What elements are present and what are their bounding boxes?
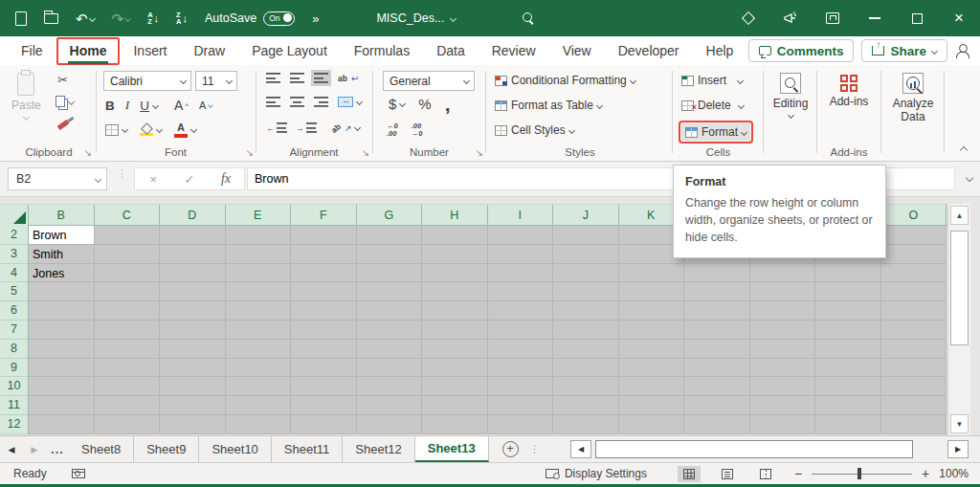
- align-left-icon[interactable]: [266, 97, 280, 107]
- cell-D5[interactable]: [160, 282, 226, 301]
- cell-K7[interactable]: [619, 321, 685, 340]
- cell-E10[interactable]: [226, 377, 292, 396]
- cell-H3[interactable]: [422, 245, 488, 264]
- cell-O4[interactable]: [881, 264, 947, 283]
- row-header-7[interactable]: 7: [0, 321, 29, 340]
- enter-icon[interactable]: ✓: [171, 172, 208, 187]
- cell-J7[interactable]: [553, 321, 619, 340]
- column-header-C[interactable]: C: [95, 205, 161, 226]
- cell-K6[interactable]: [619, 301, 685, 321]
- row-header-12[interactable]: 12: [0, 415, 29, 434]
- cell-F2[interactable]: [291, 226, 357, 245]
- name-box[interactable]: B2: [8, 167, 107, 190]
- cell-B4[interactable]: Jones: [29, 264, 95, 283]
- bold-button[interactable]: B: [105, 99, 115, 113]
- increase-indent-icon[interactable]: →: [296, 122, 317, 133]
- currency-button[interactable]: $: [389, 96, 405, 112]
- orientation-button[interactable]: ab↗: [331, 123, 360, 133]
- format-as-table-button[interactable]: Format as Table: [495, 99, 602, 112]
- column-header-F[interactable]: F: [291, 205, 357, 226]
- cell-E11[interactable]: [226, 396, 292, 415]
- open-folder-icon[interactable]: [44, 13, 58, 24]
- number-dialog-launcher[interactable]: ↘: [476, 147, 483, 158]
- cell-J9[interactable]: [553, 359, 619, 378]
- cell-K10[interactable]: [619, 377, 685, 396]
- cell-L4[interactable]: [684, 264, 750, 283]
- cell-H2[interactable]: [422, 226, 488, 245]
- format-cells-button[interactable]: Format: [681, 123, 750, 141]
- cell-C7[interactable]: [95, 321, 161, 340]
- minimize-button[interactable]: [854, 0, 896, 36]
- cell-B12[interactable]: [29, 415, 95, 434]
- merge-center-button[interactable]: [338, 97, 362, 107]
- zoom-in-button[interactable]: +: [922, 466, 929, 481]
- scroll-up-icon[interactable]: ▲: [950, 206, 969, 225]
- tab-home[interactable]: Home: [56, 37, 121, 65]
- cell-D11[interactable]: [160, 396, 226, 415]
- comma-style-button[interactable]: ,: [445, 100, 451, 109]
- tab-data[interactable]: Data: [423, 37, 479, 65]
- borders-button[interactable]: [105, 124, 127, 136]
- cell-H10[interactable]: [422, 377, 488, 396]
- scroll-right-icon[interactable]: ▶: [947, 440, 969, 458]
- ribbon-display-options-icon[interactable]: [812, 0, 854, 36]
- cut-button[interactable]: ✂: [57, 73, 68, 87]
- cell-C4[interactable]: [95, 264, 161, 283]
- cell-C5[interactable]: [95, 282, 161, 301]
- cell-O2[interactable]: [881, 226, 947, 245]
- undo-icon[interactable]: ↶: [76, 11, 95, 26]
- sheet-tab-sheet13[interactable]: Sheet13: [415, 436, 489, 462]
- italic-button[interactable]: I: [125, 98, 130, 113]
- tab-developer[interactable]: Developer: [605, 37, 693, 65]
- decrease-indent-icon[interactable]: ←: [266, 122, 287, 133]
- font-color-button[interactable]: A: [174, 122, 196, 138]
- insert-cells-button[interactable]: Insert: [681, 74, 743, 87]
- percent-button[interactable]: %: [418, 96, 431, 112]
- cell-B7[interactable]: [29, 321, 95, 340]
- cell-H9[interactable]: [422, 359, 488, 378]
- tab-help[interactable]: Help: [693, 37, 747, 65]
- premium-icon[interactable]: [727, 0, 769, 36]
- cell-M5[interactable]: [750, 282, 816, 301]
- addins-button[interactable]: Add-ins: [825, 75, 873, 108]
- cell-N6[interactable]: [815, 301, 881, 321]
- cell-H8[interactable]: [422, 340, 488, 359]
- cell-F11[interactable]: [291, 396, 357, 415]
- row-header-10[interactable]: 10: [0, 377, 29, 396]
- insert-function-icon[interactable]: fx: [208, 171, 244, 187]
- cell-E7[interactable]: [226, 321, 292, 340]
- cell-J8[interactable]: [553, 340, 619, 359]
- cell-G3[interactable]: [357, 245, 423, 264]
- cell-F5[interactable]: [291, 282, 357, 301]
- sheet-nav-left-icon[interactable]: ◀: [0, 436, 23, 462]
- cell-D8[interactable]: [160, 340, 226, 359]
- vertical-scrollbar[interactable]: ▲ ▼: [947, 204, 970, 435]
- page-break-view-button[interactable]: [754, 466, 777, 482]
- paste-button[interactable]: Paste: [11, 73, 41, 120]
- cell-F9[interactable]: [291, 359, 357, 378]
- search-button[interactable]: [523, 12, 534, 24]
- display-settings-button[interactable]: Display Settings: [546, 467, 647, 480]
- font-size-select[interactable]: 11: [195, 71, 237, 91]
- cell-H11[interactable]: [422, 396, 488, 415]
- cell-E4[interactable]: [226, 264, 292, 283]
- clipboard-dialog-launcher[interactable]: ↘: [84, 147, 92, 158]
- row-header-4[interactable]: 4: [0, 264, 29, 283]
- profile-icon[interactable]: [955, 44, 970, 57]
- cell-K12[interactable]: [619, 415, 685, 434]
- cell-M10[interactable]: [750, 377, 816, 396]
- cell-D3[interactable]: [160, 245, 226, 264]
- cell-G5[interactable]: [357, 282, 423, 301]
- row-header-8[interactable]: 8: [0, 340, 29, 359]
- comments-button[interactable]: Comments: [748, 39, 855, 62]
- align-right-icon[interactable]: [314, 97, 328, 107]
- cell-O3[interactable]: [881, 245, 947, 264]
- editing-button[interactable]: Editing: [769, 73, 812, 118]
- cell-N7[interactable]: [815, 321, 881, 340]
- feedback-icon[interactable]: [769, 0, 812, 36]
- row-header-3[interactable]: 3: [0, 245, 29, 264]
- column-header-J[interactable]: J: [553, 205, 619, 226]
- cell-I2[interactable]: [488, 226, 554, 245]
- cell-J5[interactable]: [553, 282, 619, 301]
- cell-H6[interactable]: [422, 301, 488, 321]
